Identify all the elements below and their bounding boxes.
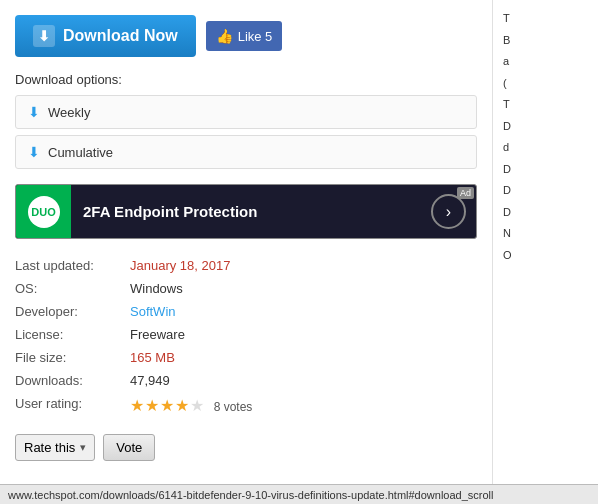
download-arrow-icon: ⬇: [33, 25, 55, 47]
rate-this-label: Rate this: [24, 440, 75, 455]
cumulative-label: Cumulative: [48, 145, 113, 160]
right-panel: T B a ( T D d D D D N O: [493, 0, 598, 490]
os-value: Windows: [130, 281, 183, 296]
star-icons: ★★★★★: [130, 397, 205, 414]
download-button-label: Download Now: [63, 27, 178, 45]
like-button[interactable]: 👍 Like 5: [206, 21, 283, 51]
rate-this-dropdown[interactable]: Rate this ▾: [15, 434, 95, 461]
ad-arrow-icon: ›: [431, 194, 466, 229]
ad-text: 2FA Endpoint Protection: [71, 203, 431, 220]
download-section: ⬇ Download Now 👍 Like 5: [15, 10, 477, 57]
last-updated-row: Last updated: January 18, 2017: [15, 254, 477, 277]
user-rating-label: User rating:: [15, 396, 130, 415]
filesize-row: File size: 165 MB: [15, 346, 477, 369]
cumulative-option[interactable]: ⬇ Cumulative: [15, 135, 477, 169]
license-value: Freeware: [130, 327, 185, 342]
os-label: OS:: [15, 281, 130, 296]
ad-logo: DUO: [16, 184, 71, 239]
downloads-row: Downloads: 47,949: [15, 369, 477, 392]
license-label: License:: [15, 327, 130, 342]
votes-count: 8 votes: [214, 400, 253, 414]
filesize-value: 165 MB: [130, 350, 175, 365]
cumulative-arrow-icon: ⬇: [28, 144, 40, 160]
ad-logo-text: DUO: [28, 196, 60, 228]
license-row: License: Freeware: [15, 323, 477, 346]
dropdown-arrow-icon: ▾: [80, 441, 86, 454]
downloads-value: 47,949: [130, 373, 170, 388]
status-bar: www.techspot.com/downloads/6141-bitdefen…: [0, 484, 598, 504]
user-rating-stars: ★★★★★ 8 votes: [130, 396, 252, 415]
like-label: Like 5: [238, 29, 273, 44]
weekly-label: Weekly: [48, 105, 90, 120]
filesize-label: File size:: [15, 350, 130, 365]
vote-button[interactable]: Vote: [103, 434, 155, 461]
user-rating-row: User rating: ★★★★★ 8 votes: [15, 392, 477, 419]
downloads-label: Downloads:: [15, 373, 130, 388]
weekly-arrow-icon: ⬇: [28, 104, 40, 120]
status-url: www.techspot.com/downloads/6141-bitdefen…: [8, 489, 494, 501]
os-row: OS: Windows: [15, 277, 477, 300]
developer-row: Developer: SoftWin: [15, 300, 477, 323]
download-now-button[interactable]: ⬇ Download Now: [15, 15, 196, 57]
ad-banner[interactable]: DUO 2FA Endpoint Protection › Ad: [15, 184, 477, 239]
download-options-label: Download options:: [15, 72, 477, 87]
weekly-option[interactable]: ⬇ Weekly: [15, 95, 477, 129]
developer-value[interactable]: SoftWin: [130, 304, 176, 319]
info-table: Last updated: January 18, 2017 OS: Windo…: [15, 254, 477, 419]
right-panel-text: T B a ( T D d D D D N O: [503, 10, 588, 263]
developer-label: Developer:: [15, 304, 130, 319]
ad-tag: Ad: [457, 187, 474, 199]
thumb-icon: 👍: [216, 28, 233, 44]
rate-section: Rate this ▾ Vote: [15, 434, 477, 461]
last-updated-value: January 18, 2017: [130, 258, 230, 273]
last-updated-label: Last updated:: [15, 258, 130, 273]
